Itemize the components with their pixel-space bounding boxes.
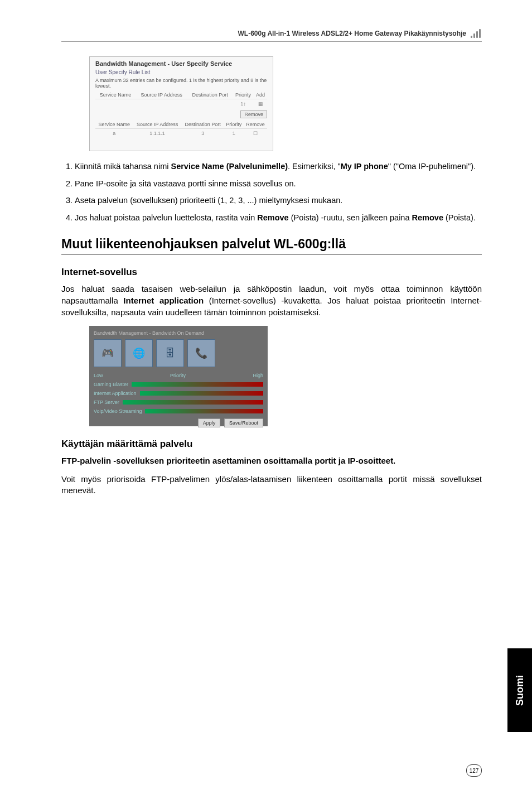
col-header: Source IP Address xyxy=(133,121,181,129)
icon-row: 🎮 🌐 🗄 📞 xyxy=(94,339,263,367)
step-1: Kiinnitä mikä tahansa nimi Service Name … xyxy=(75,161,482,172)
subsection2-bold: FTP-palvelin -sovelluksen prioriteetin a… xyxy=(61,455,482,466)
step-4: Jos haluat poistaa palvelun luettelosta,… xyxy=(75,213,482,224)
gaming-icon: 🎮 xyxy=(94,339,122,367)
step-2: Pane IP-osoite ja sitä vastaava portti s… xyxy=(75,179,482,190)
subsection2-body: Voit myös priorisoida FTP-palvelimen ylö… xyxy=(61,474,482,497)
col-header: Source IP Address xyxy=(136,91,187,99)
language-tab: Suomi xyxy=(507,648,532,732)
screenshot1-table: Service Name Source IP Address Destinati… xyxy=(95,91,267,108)
col-header: Remove xyxy=(244,121,267,129)
save-button[interactable]: Save/Reboot xyxy=(224,418,263,427)
cell: a xyxy=(95,129,133,138)
cell: 1.1.1.1 xyxy=(133,129,181,138)
col-header: Add xyxy=(254,91,267,99)
language-label: Suomi xyxy=(514,675,526,705)
cell: 3 xyxy=(182,129,224,138)
col-header: Destination Port xyxy=(187,91,233,99)
voip-icon: 📞 xyxy=(187,339,215,367)
col-header: Priority xyxy=(233,91,254,99)
ftp-icon: 🗄 xyxy=(156,339,184,367)
screenshot1-table2: Service Name Source IP Address Destinati… xyxy=(95,121,267,138)
screenshot1-sub: User Specify Rule List xyxy=(95,69,267,75)
slider-voip: Voip/Video Streaming xyxy=(94,408,263,414)
screenshot-bandwidth-on-demand: Bandwidth Management - Bandwidth On Dema… xyxy=(89,326,268,426)
step-3: Aseta palvelun (sovelluksen) prioriteett… xyxy=(75,195,482,206)
slider-ftp: FTP Server xyxy=(94,399,263,405)
col-header: Priority xyxy=(224,121,244,129)
page-header: WL-600g All-in-1 Wireless ADSL2/2+ Home … xyxy=(61,28,482,42)
cell: ☐ xyxy=(244,129,267,138)
apply-button[interactable]: Apply xyxy=(198,418,221,427)
signal-bars-icon xyxy=(471,28,482,38)
screenshot1-desc: A maximum 32 entries can be configured. … xyxy=(95,78,267,89)
subsection1-body: Jos haluat saada tasaisen web-selailun j… xyxy=(61,283,482,318)
section-title: Muut liikenteenohjauksen palvelut WL-600… xyxy=(61,237,482,254)
header-title: WL-600g All-in-1 Wireless ADSL2/2+ Home … xyxy=(238,30,466,37)
slider-gaming: Gaming Blaster xyxy=(94,382,263,387)
internet-icon: 🌐 xyxy=(125,339,153,367)
col-header: Service Name xyxy=(95,91,136,99)
col-header: Destination Port xyxy=(182,121,224,129)
remove-button[interactable]: Remove xyxy=(240,110,267,118)
subsection1-title: Internet-sovellus xyxy=(61,267,482,278)
page-number: 127 xyxy=(466,764,482,777)
screenshot2-buttons: Apply Save/Reboot xyxy=(94,418,263,427)
screenshot1-title: Bandwidth Management - User Specify Serv… xyxy=(95,60,267,67)
steps-list: Kiinnitä mikä tahansa nimi Service Name … xyxy=(61,161,482,223)
slider-internet: Internet Application xyxy=(94,391,263,396)
cell: 1 xyxy=(224,129,244,138)
subsection2-title: Käyttäjän määrittämä palvelu xyxy=(61,439,482,450)
col-header: Service Name xyxy=(95,121,133,129)
screenshot2-title: Bandwidth Management - Bandwidth On Dema… xyxy=(94,330,263,336)
screenshot-user-specify-service: Bandwidth Management - User Specify Serv… xyxy=(89,56,273,151)
